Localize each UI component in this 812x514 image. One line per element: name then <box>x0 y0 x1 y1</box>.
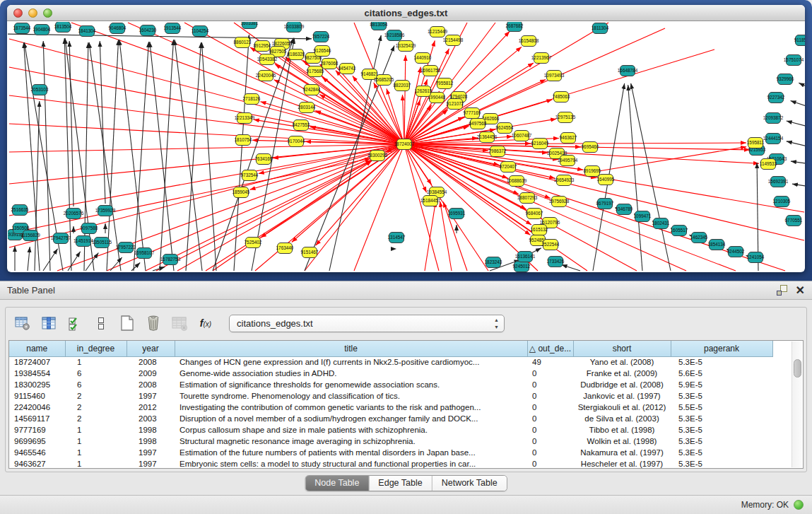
citation-edge-black[interactable] <box>562 264 580 271</box>
network-node[interactable]: 16958107 <box>134 248 155 259</box>
citation-edge-black[interactable] <box>107 40 119 271</box>
network-node[interactable]: 1149533 <box>760 159 777 170</box>
network-node[interactable]: 19495794 <box>558 156 578 166</box>
network-node[interactable]: 9175685 <box>307 66 324 77</box>
network-node[interactable]: 9684067 <box>526 209 543 219</box>
citation-edge-black[interactable] <box>787 121 805 127</box>
network-node[interactable]: 21364456 <box>477 132 498 143</box>
network-node[interactable]: 1823243 <box>485 257 502 268</box>
citation-edge-red[interactable] <box>594 147 746 172</box>
network-node[interactable]: 9244502 <box>727 247 745 257</box>
citation-edge-black[interactable] <box>631 83 671 271</box>
network-node[interactable]: 2522544 <box>542 240 560 250</box>
citation-edge-red[interactable] <box>425 201 435 271</box>
network-node[interactable]: 1262615 <box>415 86 433 97</box>
network-node[interactable]: 1904804 <box>33 25 51 35</box>
delete-table-trash-icon[interactable] <box>143 313 163 333</box>
network-node[interactable]: 9346789 <box>616 204 633 215</box>
network-node[interactable]: 10973493 <box>544 71 565 81</box>
network-node[interactable]: 9046804 <box>109 23 126 34</box>
citation-edge-red[interactable] <box>404 144 804 240</box>
network-node[interactable]: 1462345 <box>690 233 708 243</box>
network-node[interactable]: 7634169 <box>255 154 273 165</box>
network-node[interactable]: 2053103 <box>31 85 49 95</box>
network-node[interactable]: 9624554 <box>496 123 514 134</box>
citation-edge-black[interactable] <box>35 101 40 271</box>
network-node[interactable]: 8186328 <box>288 49 305 60</box>
network-node[interactable]: 17359928 <box>95 206 116 216</box>
column-header-short[interactable]: short <box>573 341 671 356</box>
minimize-window-icon[interactable] <box>28 8 37 18</box>
table-scrollbar[interactable] <box>792 341 802 467</box>
network-node[interactable]: 19218586 <box>384 30 405 41</box>
citation-edge-black[interactable] <box>791 161 805 164</box>
citation-edge-black[interactable] <box>134 42 148 271</box>
network-node[interactable]: 17942757 <box>51 233 71 244</box>
network-node[interactable]: 8454743 <box>339 64 356 74</box>
citation-edge-black[interactable] <box>628 85 642 271</box>
network-node[interactable]: 9695460 <box>582 142 599 153</box>
network-node[interactable]: 11215449 <box>428 27 447 37</box>
tab-network-table[interactable]: Network Table <box>433 476 507 491</box>
toggle-columns-icon[interactable] <box>91 313 111 333</box>
network-node[interactable]: 10607487 <box>512 131 532 141</box>
network-node[interactable]: 1605517 <box>671 226 688 236</box>
network-node[interactable]: 8919695 <box>584 166 601 177</box>
show-checked-columns-icon[interactable] <box>65 313 85 333</box>
network-node[interactable]: 2876068 <box>321 59 339 69</box>
network-node[interactable]: 15751074 <box>784 55 804 66</box>
network-node[interactable]: 9227342 <box>767 93 785 103</box>
network-node[interactable]: 1810754 <box>235 135 252 146</box>
network-node[interactable]: 7857224 <box>312 32 330 42</box>
network-node[interactable]: 18300295 <box>367 151 388 161</box>
table-selector[interactable]: citations_edges.txt ▲▼ <box>229 315 505 332</box>
citation-edge-black[interactable] <box>792 184 805 187</box>
network-node[interactable]: 9126546 <box>314 46 331 57</box>
network-node[interactable]: 8822037 <box>394 81 411 91</box>
network-node[interactable]: 15685205 <box>374 75 394 86</box>
citation-edge-black[interactable] <box>69 41 73 206</box>
network-node[interactable]: 10543382 <box>257 54 278 65</box>
network-node[interactable]: 6216049 <box>531 139 549 149</box>
network-node[interactable]: 7525402 <box>245 238 262 248</box>
memory-status-icon[interactable] <box>794 500 804 510</box>
table-row[interactable]: 977716911998Corpus callosum shape and si… <box>9 424 772 436</box>
network-node[interactable]: 1604230 <box>139 25 157 36</box>
network-node[interactable]: 1440910 <box>414 53 432 64</box>
table-row[interactable]: 1938455462009Genome-wide association stu… <box>9 368 772 379</box>
network-node[interactable]: 1841304 <box>78 26 96 37</box>
table-settings-icon[interactable] <box>13 313 33 333</box>
citation-edge-black[interactable] <box>791 101 805 107</box>
table-row[interactable]: 2242004622012Investigating the contribut… <box>9 402 772 413</box>
network-node[interactable]: 1854134 <box>708 240 726 250</box>
network-node[interactable]: 16033809 <box>284 22 305 33</box>
citation-edge-red[interactable] <box>354 144 404 271</box>
citation-edge-red[interactable] <box>404 143 746 144</box>
network-node[interactable]: 1241054 <box>747 252 765 263</box>
network-node[interactable]: 1913544 <box>164 23 182 34</box>
network-node[interactable]: 17957223 <box>116 243 136 253</box>
network-node[interactable]: 16648784 <box>618 66 638 76</box>
citation-edge-red[interactable] <box>322 77 404 144</box>
citation-edge-red[interactable] <box>9 39 404 144</box>
network-node[interactable]: 9329966 <box>777 74 794 85</box>
column-header-out_de[interactable]: △ out_de... <box>527 341 573 356</box>
network-node[interactable]: 2687682 <box>506 22 524 32</box>
network-node[interactable]: 2718126 <box>243 94 261 105</box>
citation-edge-red[interactable] <box>404 55 406 144</box>
network-node[interactable]: 9720407 <box>500 162 517 173</box>
network-node[interactable]: 12093872 <box>763 113 784 124</box>
network-node[interactable]: 9245012 <box>513 262 531 272</box>
network-node[interactable]: 16782753 <box>160 255 181 265</box>
network-node[interactable]: 1640995 <box>597 175 615 185</box>
network-node[interactable]: 1813504 <box>54 22 72 33</box>
column-header-in_degree[interactable]: in_degree <box>65 341 126 356</box>
network-node[interactable]: 1099471 <box>634 211 652 222</box>
network-hub-node[interactable]: 18724007 <box>394 139 415 150</box>
zoom-window-icon[interactable] <box>43 8 52 18</box>
network-node[interactable]: 1733426 <box>547 257 565 267</box>
network-node[interactable]: 9732544 <box>241 170 259 181</box>
network-node[interactable]: 19756928 <box>549 197 570 207</box>
table-row[interactable]: 911546021997Tourette syndrome. Phenomeno… <box>9 390 772 402</box>
citation-edge-black[interactable] <box>8 34 312 39</box>
